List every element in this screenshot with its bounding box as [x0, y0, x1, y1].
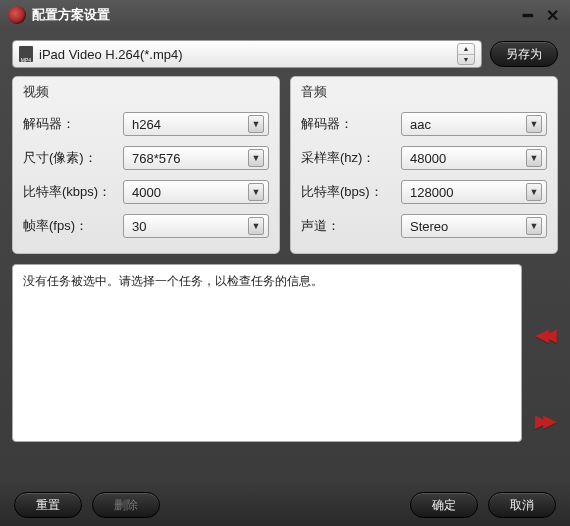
close-button[interactable]: ✕	[542, 5, 562, 25]
audio-decoder-combo[interactable]: aac ▼	[401, 112, 547, 136]
video-fps-label: 帧率(fps)：	[23, 217, 123, 235]
spinner-down-icon[interactable]: ▼	[458, 55, 474, 65]
prev-button[interactable]: ◀◀	[528, 324, 558, 346]
audio-channel-row: 声道： Stereo ▼	[301, 209, 547, 243]
audio-decoder-value: aac	[410, 117, 526, 132]
video-title: 视频	[23, 83, 269, 101]
audio-samplerate-row: 采样率(hz)： 48000 ▼	[301, 141, 547, 175]
video-bitrate-label: 比特率(kbps)：	[23, 183, 123, 201]
minimize-button[interactable]: ━	[518, 5, 538, 25]
cancel-button[interactable]: 取消	[488, 492, 556, 518]
audio-samplerate-combo[interactable]: 48000 ▼	[401, 146, 547, 170]
video-fps-combo[interactable]: 30 ▼	[123, 214, 269, 238]
ok-button[interactable]: 确定	[410, 492, 478, 518]
footer: 重置 删除 确定 取消	[0, 484, 570, 526]
dropdown-icon: ▼	[248, 149, 264, 167]
video-panel: 视频 解码器： h264 ▼ 尺寸(像素)： 768*576 ▼ 比特率(kbp…	[12, 76, 280, 254]
dropdown-icon: ▼	[526, 183, 542, 201]
video-bitrate-value: 4000	[132, 185, 248, 200]
audio-channel-label: 声道：	[301, 217, 401, 235]
dropdown-icon: ▼	[248, 115, 264, 133]
main-content: iPad Video H.264(*.mp4) ▲ ▼ 另存为 视频 解码器： …	[0, 30, 570, 442]
app-icon	[8, 6, 26, 24]
task-info-message: 没有任务被选中。请选择一个任务，以检查任务的信息。	[23, 274, 323, 288]
audio-bitrate-row: 比特率(bps)： 128000 ▼	[301, 175, 547, 209]
video-bitrate-row: 比特率(kbps)： 4000 ▼	[23, 175, 269, 209]
format-icon	[19, 46, 33, 62]
settings-panels: 视频 解码器： h264 ▼ 尺寸(像素)： 768*576 ▼ 比特率(kbp…	[12, 76, 558, 254]
dropdown-icon: ▼	[248, 217, 264, 235]
audio-bitrate-combo[interactable]: 128000 ▼	[401, 180, 547, 204]
audio-panel: 音频 解码器： aac ▼ 采样率(hz)： 48000 ▼ 比特率(bps)：…	[290, 76, 558, 254]
video-size-value: 768*576	[132, 151, 248, 166]
info-area: 没有任务被选中。请选择一个任务，以检查任务的信息。 ◀◀ ▶▶	[12, 264, 558, 442]
audio-channel-combo[interactable]: Stereo ▼	[401, 214, 547, 238]
video-fps-value: 30	[132, 219, 248, 234]
task-info-box: 没有任务被选中。请选择一个任务，以检查任务的信息。	[12, 264, 522, 442]
audio-decoder-label: 解码器：	[301, 115, 401, 133]
video-fps-row: 帧率(fps)： 30 ▼	[23, 209, 269, 243]
video-decoder-label: 解码器：	[23, 115, 123, 133]
profile-spinner[interactable]: ▲ ▼	[457, 43, 475, 65]
video-bitrate-combo[interactable]: 4000 ▼	[123, 180, 269, 204]
audio-title: 音频	[301, 83, 547, 101]
video-size-combo[interactable]: 768*576 ▼	[123, 146, 269, 170]
delete-button[interactable]: 删除	[92, 492, 160, 518]
spinner-up-icon[interactable]: ▲	[458, 44, 474, 55]
video-decoder-combo[interactable]: h264 ▼	[123, 112, 269, 136]
save-as-button[interactable]: 另存为	[490, 41, 558, 67]
audio-samplerate-value: 48000	[410, 151, 526, 166]
video-size-label: 尺寸(像素)：	[23, 149, 123, 167]
video-decoder-value: h264	[132, 117, 248, 132]
dropdown-icon: ▼	[526, 217, 542, 235]
next-button[interactable]: ▶▶	[528, 410, 558, 432]
audio-samplerate-label: 采样率(hz)：	[301, 149, 401, 167]
audio-bitrate-label: 比特率(bps)：	[301, 183, 401, 201]
dropdown-icon: ▼	[526, 149, 542, 167]
nav-buttons: ◀◀ ▶▶	[528, 264, 558, 442]
video-size-row: 尺寸(像素)： 768*576 ▼	[23, 141, 269, 175]
dropdown-icon: ▼	[526, 115, 542, 133]
video-decoder-row: 解码器： h264 ▼	[23, 107, 269, 141]
profile-select[interactable]: iPad Video H.264(*.mp4) ▲ ▼	[12, 40, 482, 68]
audio-decoder-row: 解码器： aac ▼	[301, 107, 547, 141]
profile-label: iPad Video H.264(*.mp4)	[39, 47, 457, 62]
reset-button[interactable]: 重置	[14, 492, 82, 518]
dropdown-icon: ▼	[248, 183, 264, 201]
window-title: 配置方案设置	[32, 6, 514, 24]
profile-row: iPad Video H.264(*.mp4) ▲ ▼ 另存为	[12, 40, 558, 68]
audio-bitrate-value: 128000	[410, 185, 526, 200]
audio-channel-value: Stereo	[410, 219, 526, 234]
titlebar: 配置方案设置 ━ ✕	[0, 0, 570, 30]
